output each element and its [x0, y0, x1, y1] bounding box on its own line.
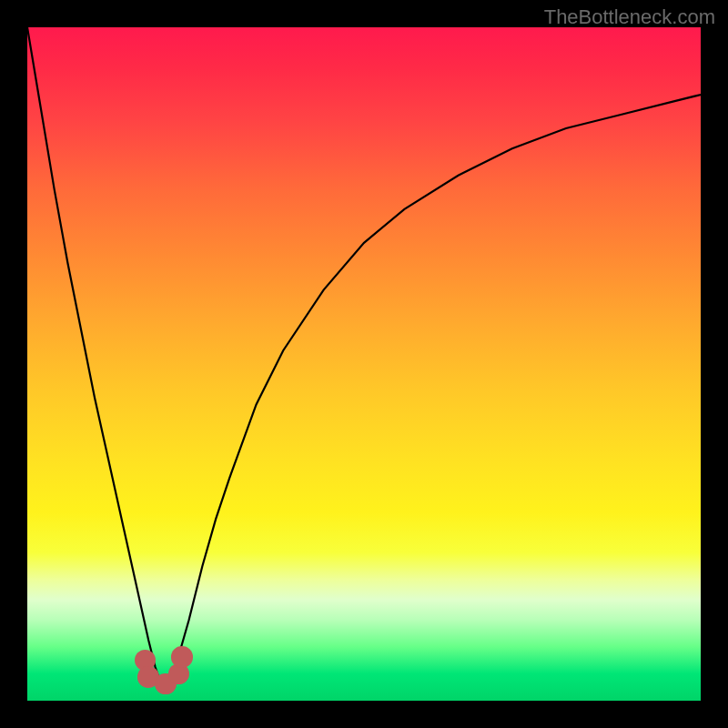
chart-frame [27, 27, 701, 701]
optimal-dot [171, 646, 193, 668]
watermark: TheBottleneck.com [544, 5, 715, 29]
optimal-zone-dots [27, 27, 701, 701]
